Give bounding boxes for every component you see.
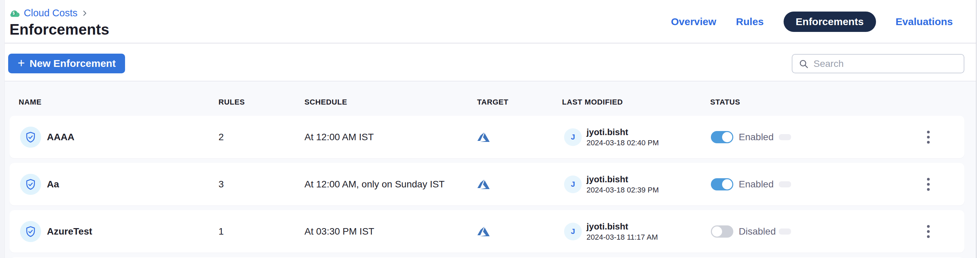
- schedule-text: At 12:00 AM, only on Sunday IST: [304, 179, 444, 190]
- column-header-last-modified: LAST MODIFIED: [562, 98, 623, 107]
- rules-count: 1: [218, 226, 224, 237]
- new-enforcement-button[interactable]: + New Enforcement: [8, 54, 125, 73]
- avatar: J: [564, 128, 582, 146]
- enforcements-table: NAME RULES SCHEDULE TARGET LAST MODIFIED…: [0, 81, 980, 258]
- enforcement-name: Aa: [47, 179, 59, 190]
- column-header-name: NAME: [19, 98, 41, 107]
- status-toggle[interactable]: [711, 178, 733, 190]
- shield-check-icon: [24, 131, 37, 143]
- avatar: J: [564, 176, 582, 193]
- column-header-schedule: SCHEDULE: [304, 98, 347, 107]
- dry-run-badge: [779, 134, 791, 140]
- modified-at: 2024-03-18 02:40 PM: [587, 139, 659, 147]
- avatar: J: [564, 223, 582, 241]
- modified-by: jyoti.bisht: [587, 127, 659, 137]
- plus-icon: +: [18, 57, 25, 69]
- enforcement-name: AzureTest: [47, 226, 92, 237]
- azure-icon: [477, 225, 490, 238]
- shield-check-icon: [24, 178, 37, 190]
- toggle-knob: [722, 132, 732, 142]
- rules-count: 2: [218, 132, 224, 142]
- top-nav: Overview Rules Enforcements Evaluations: [671, 0, 953, 43]
- page-title: Enforcements: [10, 21, 109, 38]
- tab-overview[interactable]: Overview: [671, 16, 716, 27]
- search-input[interactable]: [813, 59, 958, 69]
- column-header-status: STATUS: [710, 98, 740, 107]
- scrollbar[interactable]: [976, 0, 980, 258]
- status-label: Disabled: [739, 226, 776, 237]
- modified-by: jyoti.bisht: [587, 222, 658, 231]
- enforcement-type-badge: [20, 221, 41, 242]
- last-modified-cell: jyoti.bisht 2024-03-18 02:40 PM: [587, 127, 659, 147]
- last-modified-cell: jyoti.bisht 2024-03-18 11:17 AM: [587, 222, 658, 242]
- schedule-text: At 12:00 AM IST: [304, 132, 374, 142]
- enforcement-type-badge: [20, 127, 41, 148]
- status-label: Enabled: [739, 179, 774, 190]
- column-header-rules: RULES: [218, 98, 245, 107]
- collapsed-sidebar-gutter: [0, 0, 5, 258]
- status-toggle[interactable]: [711, 131, 733, 143]
- toggle-knob: [722, 179, 732, 190]
- azure-icon: [477, 131, 490, 144]
- rules-count: 3: [218, 179, 224, 190]
- tab-rules[interactable]: Rules: [736, 16, 764, 27]
- enforcement-rows: AAAA 2 At 12:00 AM IST J jyoti.bisht 202…: [10, 116, 964, 258]
- row-menu-button[interactable]: [921, 222, 936, 242]
- modified-at: 2024-03-18 11:17 AM: [587, 233, 658, 242]
- last-modified-cell: jyoti.bisht 2024-03-18 02:39 PM: [587, 174, 659, 195]
- column-header-target: TARGET: [477, 98, 508, 107]
- schedule-text: At 03:30 PM IST: [304, 226, 374, 237]
- new-enforcement-label: New Enforcement: [30, 58, 116, 69]
- row-menu-button[interactable]: [921, 174, 936, 195]
- dry-run-badge: [779, 228, 791, 234]
- status-label: Enabled: [739, 132, 774, 142]
- breadcrumb: $ Cloud Costs: [10, 8, 88, 19]
- modified-by: jyoti.bisht: [587, 174, 659, 184]
- tab-evaluations[interactable]: Evaluations: [896, 16, 953, 27]
- modified-at: 2024-03-18 02:39 PM: [587, 186, 659, 195]
- shield-check-icon: [24, 225, 37, 237]
- cloud-costs-icon: $: [10, 8, 21, 17]
- enforcement-row[interactable]: Aa 3 At 12:00 AM, only on Sunday IST J j…: [10, 163, 964, 206]
- toolbar: + New Enforcement: [0, 44, 980, 81]
- toggle-knob: [712, 226, 722, 237]
- azure-icon: [477, 178, 490, 191]
- status-toggle[interactable]: [711, 225, 733, 237]
- enforcement-name: AAAA: [47, 132, 75, 142]
- enforcement-type-badge: [20, 174, 41, 195]
- chevron-right-icon: [81, 9, 88, 17]
- title-bar: $ Cloud Costs Enforcements Overview Rule…: [0, 0, 980, 43]
- enforcements-page: $ Cloud Costs Enforcements Overview Rule…: [0, 0, 980, 258]
- row-menu-button[interactable]: [921, 127, 936, 147]
- enforcement-row[interactable]: AAAA 2 At 12:00 AM IST J jyoti.bisht 202…: [10, 116, 964, 158]
- svg-text:$: $: [13, 11, 15, 16]
- search-icon: [799, 59, 809, 69]
- enforcement-row[interactable]: AzureTest 1 At 03:30 PM IST J jyoti.bish…: [10, 210, 964, 253]
- breadcrumb-cloud-costs-link[interactable]: Cloud Costs: [24, 8, 78, 19]
- tab-enforcements[interactable]: Enforcements: [784, 11, 876, 32]
- dry-run-badge: [779, 181, 791, 187]
- search-box: [792, 54, 964, 73]
